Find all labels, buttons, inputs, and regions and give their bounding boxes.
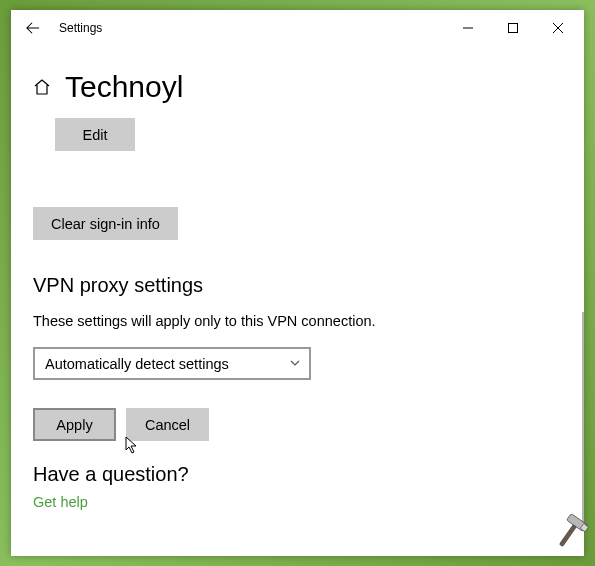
back-arrow-icon xyxy=(26,21,40,35)
clear-sign-in-button[interactable]: Clear sign-in info xyxy=(33,207,178,240)
window-title: Settings xyxy=(59,21,445,35)
help-heading: Have a question? xyxy=(33,463,562,486)
cancel-button[interactable]: Cancel xyxy=(126,408,209,441)
page-title: Technoyl xyxy=(65,70,183,104)
close-icon xyxy=(553,23,563,33)
proxy-mode-dropdown[interactable]: Automatically detect settings xyxy=(33,347,311,380)
proxy-section-description: These settings will apply only to this V… xyxy=(33,313,562,329)
window-controls xyxy=(445,13,580,43)
minimize-icon xyxy=(463,23,473,33)
edit-button[interactable]: Edit xyxy=(55,118,135,151)
page-heading-row: Technoyl xyxy=(33,70,562,104)
scrollbar[interactable] xyxy=(582,312,584,528)
minimize-button[interactable] xyxy=(445,13,490,43)
close-button[interactable] xyxy=(535,13,580,43)
maximize-button[interactable] xyxy=(490,13,535,43)
svg-rect-1 xyxy=(508,24,517,33)
apply-button[interactable]: Apply xyxy=(33,408,116,441)
home-icon xyxy=(33,78,51,100)
back-button[interactable] xyxy=(15,10,51,46)
maximize-icon xyxy=(508,23,518,33)
action-row: Apply Cancel xyxy=(33,408,562,441)
chevron-down-icon xyxy=(289,356,301,372)
settings-window: Settings xyxy=(11,10,584,556)
titlebar: Settings xyxy=(11,10,584,46)
content-area: Technoyl Edit Clear sign-in info VPN pro… xyxy=(11,46,584,556)
dropdown-selected-value: Automatically detect settings xyxy=(45,356,229,372)
get-help-link[interactable]: Get help xyxy=(33,494,88,510)
proxy-section-heading: VPN proxy settings xyxy=(33,274,562,297)
